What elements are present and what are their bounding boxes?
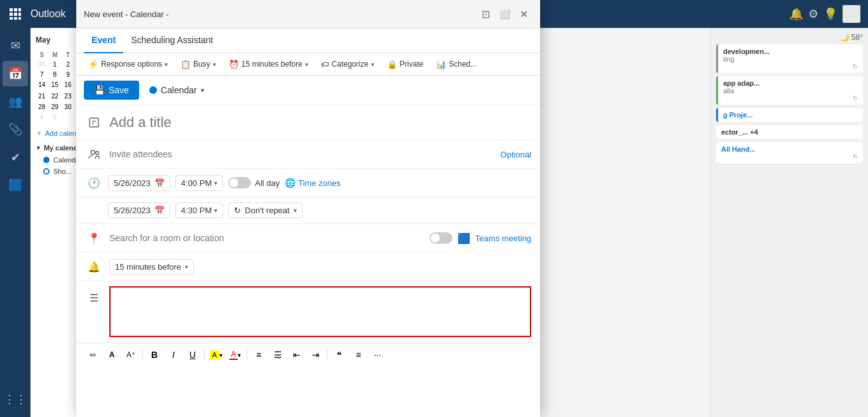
optional-link[interactable]: Optional <box>501 150 531 159</box>
start-time-picker[interactable]: 4:00 PM ▾ <box>175 175 223 191</box>
timezone-link[interactable]: 🌐 Time zones <box>285 178 341 188</box>
repeat-select[interactable]: ↻ Don't repeat ▾ <box>228 202 302 218</box>
cal-day[interactable]: 2 <box>62 60 74 69</box>
cal-day[interactable]: 1 <box>49 60 62 69</box>
format-numbered-btn[interactable]: ☰ <box>269 346 287 364</box>
cal-day[interactable]: 22 <box>49 90 62 102</box>
cal-day[interactable]: 14 <box>36 80 48 89</box>
sidebar-icon-mail[interactable]: ✉ <box>3 33 28 58</box>
right-event-3[interactable]: g Proje... <box>716 108 863 122</box>
format-italic-btn[interactable]: I <box>165 346 182 364</box>
format-font-color-btn[interactable]: A ▾ <box>226 346 244 364</box>
body-row: ☰ <box>76 281 540 343</box>
right-event-5[interactable]: All Hand... ↻ <box>716 142 863 163</box>
datetime-row-1: 🕐 5/26/2023 📅 4:00 PM ▾ All day <box>76 169 540 197</box>
calendar-dot <box>149 86 157 94</box>
format-quote-btn[interactable]: ❝ <box>330 346 348 364</box>
body-editor-area[interactable] <box>109 286 531 337</box>
svg-rect-8 <box>18 17 21 20</box>
start-date-picker[interactable]: 5/26/2023 📅 <box>108 175 170 191</box>
private-btn[interactable]: 🔒 Private <box>382 57 428 72</box>
right-event-2[interactable]: app adap... alla ↻ <box>716 76 863 105</box>
right-event-2-title: app adap... <box>723 79 858 87</box>
cal-day[interactable]: 28 <box>36 102 48 112</box>
attendees-icon <box>85 145 103 163</box>
cal-day[interactable]: 15 <box>49 80 62 89</box>
cal-day[interactable]: 30 <box>62 102 74 112</box>
format-highlighter-btn[interactable]: ✏ <box>84 346 102 364</box>
right-event-4[interactable]: ector_... +4 <box>716 125 863 139</box>
sidebar-icon-attachments[interactable]: 📎 <box>3 117 28 142</box>
cal-day[interactable]: 5 <box>49 112 62 122</box>
cal-day[interactable]: 21 <box>36 90 48 102</box>
sidebar-icon-grid[interactable]: ⋮⋮ <box>3 387 28 412</box>
day-header-s: S <box>36 51 48 59</box>
attendees-input[interactable] <box>109 147 494 162</box>
sidebar-icon-people[interactable]: 👥 <box>3 89 28 114</box>
end-date-picker[interactable]: 5/26/2023 📅 <box>108 202 170 218</box>
teams-meeting-toggle[interactable] <box>430 232 452 244</box>
reminder-toolbar-btn[interactable]: ⏰ 15 minutes before ▾ <box>224 57 313 72</box>
format-more-btn[interactable]: ··· <box>369 346 386 364</box>
format-separator-4 <box>327 349 328 361</box>
calendar-dot-blue <box>43 157 50 163</box>
settings-icon[interactable]: ⚙ <box>808 7 818 21</box>
minimize-button[interactable]: ⊡ <box>477 5 494 23</box>
sidebar-icon-calendar[interactable]: 📅 <box>3 61 28 86</box>
format-font-size-btn[interactable]: A <box>103 346 121 364</box>
format-align-btn[interactable]: ≡ <box>349 346 367 364</box>
location-input[interactable] <box>109 230 423 246</box>
allday-toggle[interactable] <box>228 177 251 189</box>
waffle-icon[interactable] <box>0 0 31 28</box>
modal-title: New event - Calendar - <box>84 10 169 19</box>
format-toolbar: ✏ A A⁺ B I U A ▾ A ▾ ≡ ☰ ⇤ <box>76 343 540 366</box>
end-time-picker[interactable]: 4:30 PM ▾ <box>175 202 223 218</box>
format-bullets-btn[interactable]: ≡ <box>250 346 268 364</box>
tab-scheduling-assistant[interactable]: Scheduling Assistant <box>123 29 220 53</box>
svg-point-12 <box>91 150 95 154</box>
format-outdent-btn[interactable]: ⇤ <box>288 346 306 364</box>
cal-day[interactable]: 8 <box>49 70 62 79</box>
help-icon[interactable]: 💡 <box>824 7 837 21</box>
right-event-1[interactable]: developmen... ting ↻ <box>716 44 863 73</box>
cal-day[interactable]: 9 <box>62 70 74 79</box>
sidebar-icon-teams[interactable]: 🟦 <box>3 173 28 198</box>
response-options-btn[interactable]: ⚡ Response options ▾ <box>83 56 173 72</box>
cal-day[interactable]: 30 <box>36 60 48 69</box>
format-bold-btn[interactable]: B <box>146 346 163 364</box>
event-title-input[interactable] <box>109 112 531 133</box>
save-button[interactable]: 💾 Save <box>84 81 139 100</box>
right-event-1-sub: ting <box>723 55 858 63</box>
cal-day[interactable]: 4 <box>36 112 48 122</box>
sidebar-icon-tasks[interactable]: ✔ <box>3 145 28 170</box>
attendees-row: Optional <box>76 140 540 169</box>
temperature: 58° <box>851 33 863 42</box>
cal-day[interactable]: 29 <box>49 102 62 112</box>
cal-day[interactable]: 23 <box>62 90 74 102</box>
categorize-btn[interactable]: 🏷 Categorize ▾ <box>316 57 379 72</box>
format-separator-3 <box>247 349 247 361</box>
format-font-grow-btn[interactable]: A⁺ <box>122 346 140 364</box>
lock-icon: 🔒 <box>387 60 397 69</box>
cal-day[interactable]: 16 <box>62 80 74 89</box>
notifications-icon[interactable]: 🔔 <box>789 7 803 21</box>
close-button[interactable]: ✕ <box>515 5 532 23</box>
action-bar: 💾 Save Calendar ▾ <box>76 76 540 105</box>
busy-btn[interactable]: 📋 Busy ▾ <box>175 57 221 72</box>
format-highlight-color-btn[interactable]: A ▾ <box>207 346 225 364</box>
chevron-time-1: ▾ <box>214 180 217 187</box>
user-avatar[interactable] <box>843 5 860 23</box>
cal-day[interactable]: 7 <box>36 70 48 79</box>
reminder-dropdown[interactable]: 15 minutes before ▾ <box>109 259 194 275</box>
svg-rect-6 <box>10 17 13 20</box>
tab-event[interactable]: Event <box>84 29 123 53</box>
svg-rect-5 <box>18 13 21 16</box>
reminder-icon: 🔔 <box>85 258 103 275</box>
chevron-down-icon: ▼ <box>36 145 41 151</box>
format-indent-btn[interactable]: ⇥ <box>307 346 325 364</box>
format-underline-btn[interactable]: U <box>184 346 201 364</box>
calendar-selector[interactable]: Calendar ▾ <box>144 83 210 98</box>
maximize-button[interactable]: ⬜ <box>496 5 513 23</box>
reminder-row: 🔔 15 minutes before ▾ <box>76 253 540 281</box>
schedule-btn[interactable]: 📊 Sched... <box>431 57 482 72</box>
